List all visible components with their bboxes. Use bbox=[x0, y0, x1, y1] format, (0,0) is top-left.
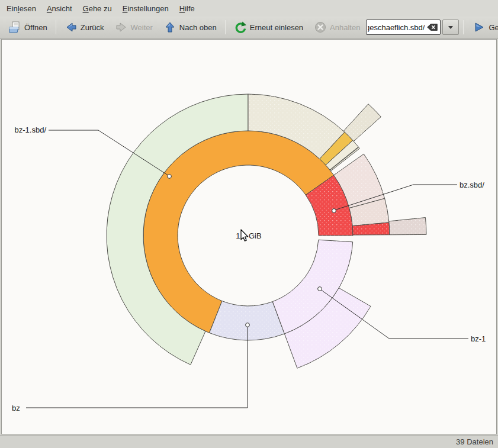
toolbar-separator bbox=[56, 20, 56, 34]
statusbar: 39 Dateien bbox=[0, 435, 498, 448]
callout-label: bz-1.sbd/ bbox=[15, 125, 47, 134]
menubar: EinlesenAnsichtGehe zuEinstellungenHilfe bbox=[0, 0, 498, 17]
location-input-value: geschaeflich.sbd/ bbox=[368, 23, 425, 32]
stop-icon bbox=[314, 21, 327, 34]
rings-chart-area: bz-1.sbd/bz.sbd/bz-1bz1,1 GiB bbox=[1, 39, 497, 434]
callout-label: bz bbox=[12, 404, 20, 412]
menu-item-hilfe[interactable]: Hilfe bbox=[174, 1, 200, 16]
menu-item-gehe-zu[interactable]: Gehe zu bbox=[78, 1, 117, 16]
forward-button-label: Weiter bbox=[131, 23, 153, 32]
back-arrow-icon bbox=[65, 21, 78, 34]
back-button[interactable]: Zurück bbox=[60, 18, 109, 36]
open-button[interactable]: Öffnen bbox=[4, 18, 52, 36]
up-button-label: Nach oben bbox=[179, 23, 217, 32]
stop-button-label: Anhalten bbox=[330, 23, 360, 32]
menu-item-einstellungen[interactable]: Einstellungen bbox=[117, 1, 174, 16]
center-size-label: 1,1 GiB bbox=[236, 231, 261, 240]
rings-chart: bz-1.sbd/bz.sbd/bz-1bz1,1 GiB bbox=[1, 39, 497, 434]
toolbar-separator bbox=[225, 20, 226, 34]
rescan-button[interactable]: Erneut einlesen bbox=[229, 18, 308, 36]
chevron-down-icon bbox=[448, 26, 453, 29]
open-icon bbox=[8, 21, 21, 34]
location-dropdown-button[interactable] bbox=[442, 20, 459, 35]
callout-marker bbox=[168, 175, 172, 179]
callout-marker bbox=[332, 209, 336, 213]
callout-line-bz bbox=[26, 326, 248, 408]
stop-button[interactable]: Anhalten bbox=[309, 18, 365, 36]
toolbar: Öffnen Zurück Weiter Nach oben bbox=[0, 17, 498, 38]
menu-item-ansicht[interactable]: Ansicht bbox=[41, 1, 78, 16]
go-button[interactable]: Gehe zu bbox=[468, 18, 498, 36]
main-area-frame: bz-1.sbd/bz.sbd/bz-1bz1,1 GiB bbox=[0, 38, 498, 435]
callout-marker bbox=[318, 287, 322, 291]
open-button-label: Öffnen bbox=[24, 23, 47, 32]
file-count-label: 39 Dateien bbox=[456, 437, 493, 446]
callout-label: bz-1 bbox=[471, 334, 486, 343]
location-input[interactable]: geschaeflich.sbd/ bbox=[366, 20, 441, 35]
up-arrow-icon bbox=[163, 21, 176, 34]
callout-label: bz.sbd/ bbox=[460, 181, 484, 189]
go-button-label: Gehe zu bbox=[489, 23, 498, 32]
clear-entry-icon[interactable] bbox=[426, 23, 438, 31]
go-arrow-icon bbox=[473, 21, 486, 34]
callout-marker bbox=[246, 323, 250, 327]
chart-segment-grandchild-diagonal[interactable] bbox=[343, 104, 381, 141]
up-button[interactable]: Nach oben bbox=[159, 18, 221, 36]
toolbar-separator bbox=[463, 20, 464, 34]
forward-arrow-icon bbox=[115, 21, 128, 34]
app-window: EinlesenAnsichtGehe zuEinstellungenHilfe… bbox=[0, 0, 498, 448]
refresh-icon bbox=[234, 21, 247, 34]
chart-segment-bz[interactable] bbox=[210, 301, 285, 340]
back-button-label: Zurück bbox=[81, 23, 104, 32]
menu-item-einlesen[interactable]: Einlesen bbox=[1, 1, 41, 16]
forward-button[interactable]: Weiter bbox=[110, 18, 158, 36]
location-bar: geschaeflich.sbd/ Gehe zu bbox=[366, 18, 498, 36]
rescan-button-label: Erneut einlesen bbox=[250, 23, 303, 32]
chart-segment-grandchild-right[interactable] bbox=[389, 218, 426, 235]
